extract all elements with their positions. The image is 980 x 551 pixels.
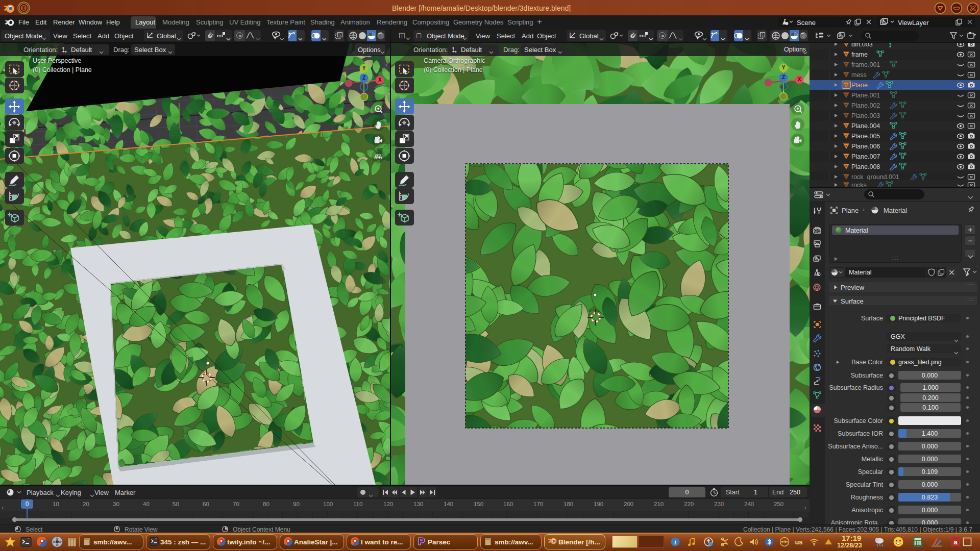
svg-text:Z: Z — [362, 75, 365, 81]
svg-text:X: X — [798, 77, 801, 82]
svg-text:X: X — [378, 77, 382, 83]
svg-text:Y: Y — [362, 65, 366, 71]
svg-text:Y: Y — [782, 65, 786, 70]
svg-text:us: us — [795, 538, 802, 546]
svg-text:a: a — [953, 538, 958, 546]
svg-text:Z: Z — [782, 74, 785, 80]
